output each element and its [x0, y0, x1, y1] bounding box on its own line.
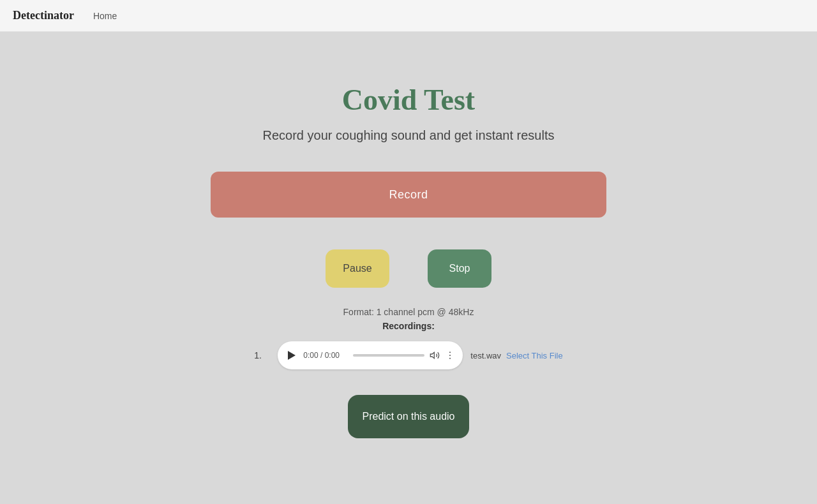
svg-point-2	[449, 355, 451, 356]
svg-point-3	[449, 358, 451, 359]
navbar-brand: Detectinator	[13, 9, 74, 22]
more-options-button[interactable]	[445, 350, 455, 360]
record-button[interactable]: Record	[211, 172, 606, 218]
progress-bar[interactable]	[353, 354, 424, 357]
navbar: Detectinator Home	[0, 0, 817, 32]
navbar-home-link[interactable]: Home	[93, 11, 117, 21]
play-icon	[288, 351, 296, 360]
audio-player: 0:00 / 0:00	[278, 341, 463, 369]
main-content: Covid Test Record your coughing sound an…	[0, 32, 817, 438]
volume-button[interactable]	[430, 350, 440, 360]
play-button[interactable]	[285, 349, 298, 362]
pause-button[interactable]: Pause	[326, 249, 389, 288]
time-display: 0:00 / 0:00	[303, 351, 348, 360]
file-info: test.wav Select This File	[470, 351, 562, 360]
page-subtitle: Record your coughing sound and get insta…	[263, 128, 555, 143]
file-name: test.wav	[470, 351, 501, 360]
recording-item: 1. 0:00 / 0:00	[254, 341, 562, 369]
page-title: Covid Test	[342, 83, 475, 117]
stop-button[interactable]: Stop	[428, 249, 491, 288]
recordings-label: Recordings:	[382, 321, 435, 331]
predict-button[interactable]: Predict on this audio	[348, 395, 469, 438]
svg-marker-0	[431, 352, 435, 358]
format-text: Format: 1 channel pcm @ 48kHz	[343, 307, 474, 317]
select-file-link[interactable]: Select This File	[506, 351, 563, 360]
recording-number: 1.	[254, 350, 270, 360]
controls-row: Pause Stop	[326, 249, 491, 288]
svg-point-1	[449, 352, 451, 353]
